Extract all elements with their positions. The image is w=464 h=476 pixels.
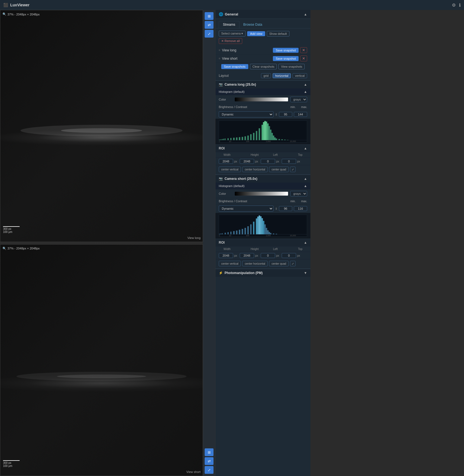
photomanip-section-header[interactable]: ⚡ Photomanipulation (PM) ▼ [215, 269, 310, 277]
histogram-long-header[interactable]: Histogram (default) ▲ [215, 88, 310, 95]
roi-width-input-short[interactable] [219, 253, 233, 258]
save-snapshots-button[interactable]: Save snapshots [221, 64, 248, 69]
expand-button-top[interactable]: ⤢ [205, 30, 213, 38]
color-gradient-short[interactable] [235, 192, 288, 196]
svg-text:10: 10 [229, 140, 231, 142]
left-panel: 🔍 37% - 2048px × 2048px 300 px 100 µm Vi… [0, 10, 203, 476]
image-viewer-top[interactable]: 🔍 37% - 2048px × 2048px 300 px 100 µm Vi… [0, 10, 203, 242]
histogram-chart-wrap-short: 1 10 100 1,000 10,000 [215, 213, 310, 239]
bc-arrow-short: ⇕ [275, 207, 277, 210]
svg-rect-66 [266, 228, 267, 234]
camera-short-header[interactable]: 📷 Camera short (25.0x) ▲ [215, 175, 310, 183]
bc-row-short: Brightness / Contrast min. max. [215, 198, 310, 204]
tab-streams[interactable]: Streams [219, 21, 239, 28]
info-icon[interactable]: ℹ [459, 2, 461, 8]
layers-button-bottom[interactable]: ⊞ [205, 448, 213, 456]
photomanip-collapse-button[interactable]: ▼ [304, 271, 307, 275]
save-snapshot-short-button[interactable]: Save snapshot [273, 56, 299, 61]
bc-min-label-long: min. [290, 106, 296, 109]
bc-min-input-long[interactable] [279, 112, 292, 117]
svg-rect-18 [247, 136, 249, 140]
svg-rect-70 [273, 233, 274, 234]
scale-um-bottom: 100 µm [3, 464, 20, 467]
bc-min-input-short[interactable] [279, 206, 292, 211]
roi-height-col-label-short: Height [246, 248, 263, 251]
globe-icon: 🌐 [219, 12, 223, 16]
roi-width-input-long[interactable] [219, 159, 233, 164]
roi-long-collapse-button[interactable]: ▲ [304, 146, 307, 150]
roi-top-input-long[interactable] [282, 159, 296, 164]
remove-all-button[interactable]: ✕ Remove all [219, 38, 242, 44]
camera-long-header[interactable]: 📷 Camera long (25.0x) ▲ [215, 81, 310, 88]
roi-width-unit-short: px [234, 254, 239, 257]
roi-short-collapse-button[interactable]: ▲ [304, 241, 307, 244]
roi-top-input-short[interactable] [282, 253, 296, 258]
svg-rect-50 [230, 232, 231, 234]
zoom-text-bottom: 37% - 2048px × 2048px [7, 247, 40, 250]
svg-rect-67 [267, 230, 268, 235]
close-view-long-button[interactable]: ✕ [300, 47, 307, 53]
swap-button-bottom[interactable]: ⇄ [205, 457, 213, 465]
image-viewer-bottom[interactable]: 🔍 37% - 2048px × 2048px 300 px 100 µm Vi… [0, 244, 203, 476]
layers-button-top[interactable]: ⊞ [205, 12, 213, 20]
save-snapshot-long-button[interactable]: Save snapshot [273, 48, 299, 53]
photomanip-title: Photomanipulation (PM) [225, 271, 263, 275]
roi-height-input-long[interactable] [240, 159, 254, 164]
panel-divider[interactable]: · · · · · · [0, 242, 203, 244]
svg-rect-63 [262, 218, 263, 235]
roi-height-input-short[interactable] [240, 253, 254, 258]
roi-long-header[interactable]: ROI ▲ [215, 144, 310, 152]
roi-center-vertical-button-short[interactable]: center vertical [219, 261, 241, 266]
roi-left-input-short[interactable] [261, 253, 275, 258]
color-select-long[interactable]: grays [290, 97, 307, 102]
histogram-long-collapse-button[interactable]: ▲ [304, 90, 307, 94]
svg-rect-12 [230, 138, 231, 140]
svg-rect-68 [269, 232, 270, 234]
bc-mode-select-short[interactable]: Dynamic [219, 206, 273, 212]
color-gradient-long[interactable] [235, 98, 288, 101]
select-camera-button[interactable]: Select camera ▾ [219, 31, 246, 36]
histogram-short-header[interactable]: Histogram (default) ▲ [215, 183, 310, 190]
roi-left-unit-short [284, 248, 292, 251]
settings-icon[interactable]: ⚙ [452, 2, 456, 8]
show-default-button[interactable]: Show default [267, 31, 289, 36]
general-collapse-button[interactable]: ▲ [304, 12, 307, 16]
svg-rect-14 [236, 137, 238, 140]
histogram-short-title: Histogram (default) [219, 184, 245, 188]
histogram-short-collapse-button[interactable]: ▲ [304, 184, 307, 188]
camera-short-title: Camera short (25.0x) [225, 177, 257, 181]
snapshot-row: Save snapshots Clear snapshots View snap… [215, 63, 310, 72]
close-view-short-button[interactable]: ✕ [300, 56, 307, 61]
roi-short-header[interactable]: ROI ▲ [215, 239, 310, 246]
roi-center-vertical-button-long[interactable]: center vertical [219, 167, 241, 172]
view-snapshots-button[interactable]: View snapshots [278, 64, 305, 69]
roi-center-quad-button-long[interactable]: center quad [269, 167, 289, 172]
app-title-area: ⬛ LuxViewer [3, 3, 30, 7]
add-view-button[interactable]: Add view [247, 31, 265, 36]
noise-overlay-long [0, 10, 203, 242]
scale-px-top: 300 px [3, 227, 20, 230]
svg-rect-36 [284, 140, 286, 140]
layout-grid-button[interactable]: grid [261, 73, 271, 78]
camera-long-collapse-button[interactable]: ▲ [304, 83, 307, 86]
bc-max-input-short[interactable] [294, 206, 307, 211]
layout-vertical-button[interactable]: vertical [292, 73, 307, 78]
svg-rect-62 [260, 216, 262, 234]
bc-mode-select-long[interactable]: Dynamic [219, 111, 273, 117]
swap-button-top[interactable]: ⇄ [205, 21, 213, 29]
expand-button-bottom[interactable]: ⤢ [205, 466, 213, 474]
color-select-short[interactable]: grays [290, 191, 307, 196]
tab-browse[interactable]: Browse Data [239, 21, 266, 28]
roi-expand-button-long[interactable]: ⤢ [290, 167, 296, 172]
svg-rect-71 [276, 234, 277, 234]
clear-snapshots-button[interactable]: Clear snapshots [250, 64, 277, 69]
roi-center-quad-button-short[interactable]: center quad [269, 261, 289, 266]
bc-max-input-long[interactable] [294, 112, 307, 117]
roi-center-horizontal-button-short[interactable]: center horizontal [242, 261, 268, 266]
roi-left-input-long[interactable] [261, 159, 275, 164]
roi-height-col-label-long: Height [246, 153, 263, 156]
roi-expand-button-short[interactable]: ⤢ [290, 261, 296, 266]
roi-center-horizontal-button-long[interactable]: center horizontal [242, 167, 268, 172]
camera-short-collapse-button[interactable]: ▲ [304, 177, 307, 181]
layout-horizontal-button[interactable]: horizontal [273, 73, 291, 78]
